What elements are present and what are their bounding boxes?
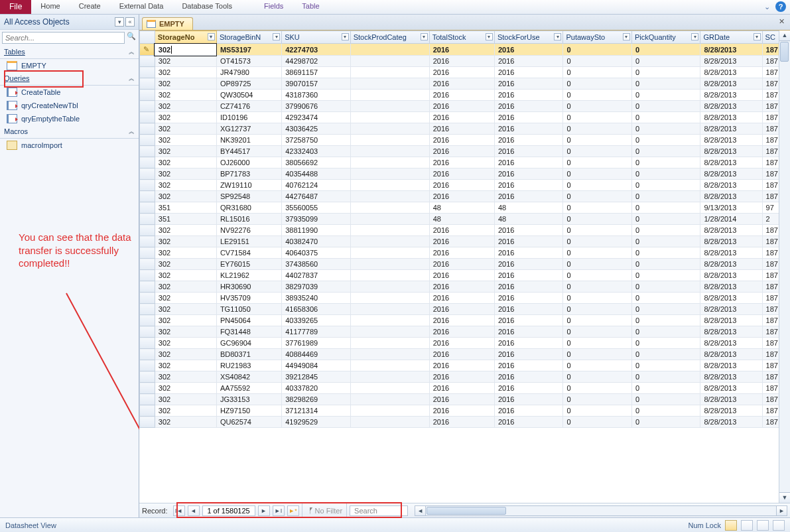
cell[interactable]: 302 xyxy=(155,281,216,293)
cell[interactable] xyxy=(350,371,429,383)
cell[interactable]: 2016 xyxy=(494,349,562,360)
cell[interactable]: 8/28/2013 xyxy=(700,293,762,304)
cell[interactable]: KL21962 xyxy=(216,270,281,281)
cell[interactable]: 2016 xyxy=(429,101,494,112)
cell[interactable] xyxy=(350,247,429,259)
cell[interactable]: 302 xyxy=(155,293,216,304)
cell[interactable]: 2016 xyxy=(429,247,494,259)
cell[interactable]: XG12737 xyxy=(216,123,281,135)
cell[interactable]: 302 xyxy=(155,135,216,146)
cell[interactable]: 302 xyxy=(155,259,216,270)
row-selector[interactable] xyxy=(140,90,155,101)
table-row[interactable]: 302HZ971503712131420162016008/28/2013187 xyxy=(140,405,790,417)
scroll-down-icon[interactable]: ▼ xyxy=(779,492,790,503)
cell[interactable]: 2016 xyxy=(429,338,494,349)
cell[interactable]: 37935099 xyxy=(282,214,350,225)
table-row[interactable]: 302NV922763881199020162016008/28/2013187 xyxy=(140,225,790,236)
cell[interactable]: 2016 xyxy=(429,315,494,326)
table-row[interactable]: 302GC969043776198920162016008/28/2013187 xyxy=(140,338,790,349)
cell[interactable]: 2016 xyxy=(494,67,562,78)
cell[interactable]: 0 xyxy=(563,225,631,236)
cell[interactable]: 0 xyxy=(631,157,700,168)
vertical-scrollbar[interactable]: ▲ ▼ xyxy=(779,31,790,503)
table-row[interactable]: 302OT415734429870220162016008/28/2013187 xyxy=(140,56,790,67)
cell[interactable]: 39070157 xyxy=(282,78,350,90)
cell[interactable]: 44027837 xyxy=(282,270,350,281)
cell[interactable]: 0 xyxy=(563,191,631,202)
cell[interactable]: 38691157 xyxy=(282,67,350,78)
nav-title[interactable]: All Access Objects xyxy=(4,17,70,27)
cell[interactable] xyxy=(350,112,429,123)
cell[interactable]: 0 xyxy=(631,304,700,315)
column-dropdown-icon[interactable]: ▾ xyxy=(421,33,428,40)
cell[interactable]: RU21983 xyxy=(216,360,281,371)
cell[interactable]: 0 xyxy=(631,371,700,383)
row-selector[interactable] xyxy=(140,394,155,405)
column-dropdown-icon[interactable]: ▾ xyxy=(623,33,630,40)
cell[interactable]: OJ26000 xyxy=(216,157,281,168)
table-row[interactable]: 302JR479803869115720162016008/28/2013187 xyxy=(140,67,790,78)
new-record-button[interactable]: ►* xyxy=(287,505,299,516)
cell[interactable]: 8/28/2013 xyxy=(700,338,762,349)
cell[interactable]: 0 xyxy=(563,214,631,225)
cell[interactable]: 48 xyxy=(494,202,562,214)
row-selector[interactable] xyxy=(140,383,155,394)
cell[interactable]: 8/28/2013 xyxy=(700,78,762,90)
cell[interactable]: 8/28/2013 xyxy=(700,360,762,371)
table-row[interactable]: 302BP717834035448820162016008/28/2013187 xyxy=(140,168,790,180)
cell[interactable]: 302 xyxy=(155,247,216,259)
cell[interactable] xyxy=(350,383,429,394)
cell[interactable]: 2016 xyxy=(429,44,494,56)
cell[interactable]: 8/28/2013 xyxy=(700,180,762,191)
cell[interactable]: HV35709 xyxy=(216,293,281,304)
cell[interactable] xyxy=(350,56,429,67)
cell[interactable]: 38056692 xyxy=(282,157,350,168)
cell[interactable]: 302 xyxy=(155,168,216,180)
cell[interactable]: 0 xyxy=(563,270,631,281)
row-selector[interactable] xyxy=(140,67,155,78)
table-row[interactable]: 302BY445174233240320162016008/28/2013187 xyxy=(140,146,790,157)
cell[interactable]: CV71584 xyxy=(216,247,281,259)
cell[interactable]: 0 xyxy=(631,349,700,360)
column-header-pickquantity[interactable]: PickQuantity▾ xyxy=(631,31,700,44)
cell[interactable] xyxy=(350,214,429,225)
column-dropdown-icon[interactable]: ▾ xyxy=(691,33,698,40)
menu-home[interactable]: Home xyxy=(31,0,69,14)
column-header-storagebinn[interactable]: StorageBinN▾ xyxy=(216,31,281,44)
cell[interactable]: 0 xyxy=(563,202,631,214)
cell[interactable]: 0 xyxy=(631,360,700,371)
cell[interactable]: 8/28/2013 xyxy=(700,247,762,259)
cell[interactable]: 302 xyxy=(155,56,216,67)
row-selector[interactable] xyxy=(140,112,155,123)
cell[interactable] xyxy=(350,78,429,90)
cell[interactable]: 2016 xyxy=(494,56,562,67)
cell[interactable]: HZ97150 xyxy=(216,405,281,417)
cell[interactable]: 41929529 xyxy=(282,417,350,428)
cell[interactable]: 8/28/2013 xyxy=(700,123,762,135)
column-dropdown-icon[interactable]: ▾ xyxy=(486,33,493,40)
cell[interactable]: 37761989 xyxy=(282,338,350,349)
cell[interactable]: 2016 xyxy=(429,180,494,191)
cell[interactable]: 0 xyxy=(631,180,700,191)
menu-fields[interactable]: Fields xyxy=(255,0,293,14)
column-header-stockprodcateg[interactable]: StockProdCateg▾ xyxy=(350,31,429,44)
column-dropdown-icon[interactable]: ▾ xyxy=(554,33,561,40)
scroll-thumb[interactable] xyxy=(780,42,789,62)
cell[interactable]: 302 xyxy=(155,270,216,281)
cell[interactable]: 0 xyxy=(563,338,631,349)
cell[interactable]: 0 xyxy=(563,78,631,90)
cell[interactable]: 8/28/2013 xyxy=(700,112,762,123)
cell[interactable] xyxy=(350,394,429,405)
cell[interactable]: 2016 xyxy=(494,304,562,315)
cell[interactable]: 8/28/2013 xyxy=(700,191,762,202)
cell[interactable]: 8/28/2013 xyxy=(700,270,762,281)
cell[interactable]: 0 xyxy=(563,123,631,135)
cell[interactable]: 2016 xyxy=(494,383,562,394)
cell[interactable]: 351 xyxy=(155,214,216,225)
cell[interactable]: 2016 xyxy=(429,349,494,360)
cell[interactable]: 302 xyxy=(155,180,216,191)
cell[interactable]: 2016 xyxy=(494,225,562,236)
cell[interactable]: 0 xyxy=(631,123,700,135)
cell[interactable]: 2016 xyxy=(494,90,562,101)
datasheet-view-button[interactable] xyxy=(725,520,737,531)
